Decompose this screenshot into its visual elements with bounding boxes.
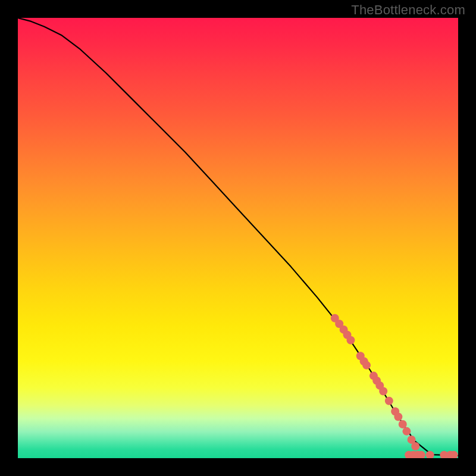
marker-point <box>385 397 393 405</box>
marker-point <box>360 357 368 365</box>
marker-point <box>356 352 365 360</box>
marker-point <box>402 427 411 436</box>
marker-point <box>408 436 416 444</box>
marker-point <box>411 442 419 450</box>
highlighted-points <box>331 314 458 458</box>
bottleneck-curve <box>18 18 458 456</box>
marker-point <box>446 451 455 458</box>
marker-point <box>362 361 371 369</box>
marker-point <box>450 451 458 458</box>
chart-frame: TheBottleneck.com <box>0 0 476 476</box>
marker-point <box>440 451 448 458</box>
marker-point <box>399 420 407 428</box>
marker-point <box>343 331 352 339</box>
marker-point <box>375 381 384 390</box>
marker-point <box>346 336 355 345</box>
marker-point <box>409 451 418 458</box>
marker-point <box>335 320 343 328</box>
marker-point <box>405 451 413 458</box>
marker-point <box>394 412 402 421</box>
marker-point <box>426 451 434 458</box>
plot-area <box>18 18 458 458</box>
marker-point <box>369 372 378 380</box>
marker-point <box>379 387 387 396</box>
marker-point <box>391 408 399 416</box>
marker-point <box>372 377 381 385</box>
plot-overlay <box>18 18 458 458</box>
marker-point <box>414 451 422 458</box>
marker-point <box>417 451 425 458</box>
marker-point <box>331 314 339 322</box>
watermark-text: TheBottleneck.com <box>351 2 465 18</box>
marker-point <box>340 325 348 334</box>
